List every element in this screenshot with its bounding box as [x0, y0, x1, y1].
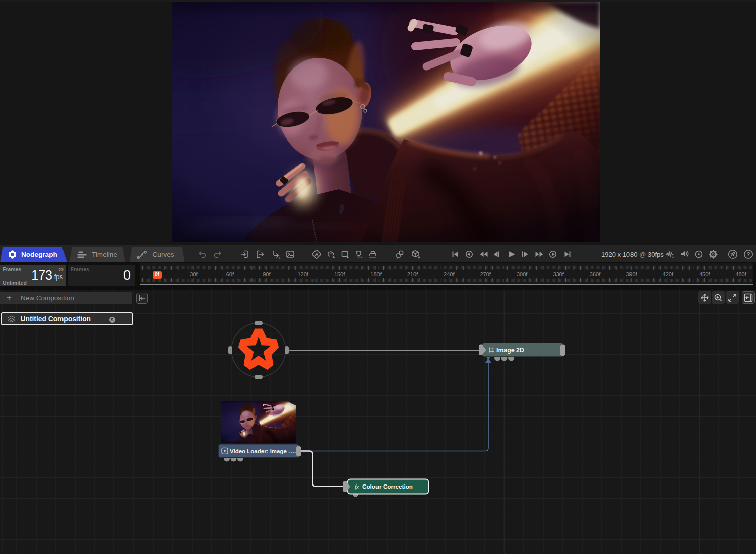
svg-text:Colour Correction: Colour Correction [362, 483, 413, 490]
svg-text:fx: fx [355, 483, 359, 490]
svg-text:Image 2D: Image 2D [496, 347, 524, 354]
svg-text:Video Loader: image -…: Video Loader: image -… [230, 448, 296, 454]
